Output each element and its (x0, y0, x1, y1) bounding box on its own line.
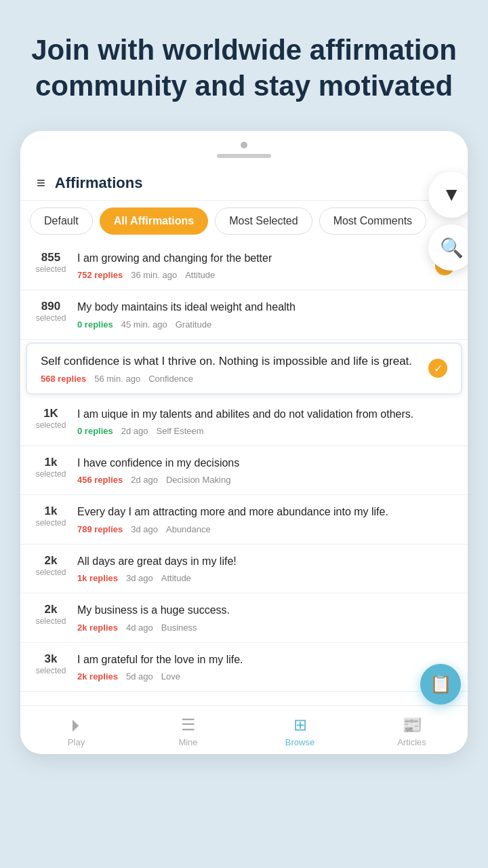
nav-play[interactable]: ⏵ Play (20, 713, 132, 750)
nav-mine[interactable]: ☰ Mine (132, 713, 244, 750)
affirmation-meta: 2k replies 4d ago Business (77, 623, 454, 633)
replies-count: 2k replies (77, 623, 118, 633)
fab-icon: 📋 (430, 673, 451, 694)
affirmation-text: I have confidence in my decisions (77, 456, 454, 471)
time-ago: 5d ago (126, 671, 153, 682)
affirmation-meta: 568 replies 56 min. ago Confidence (41, 374, 419, 384)
category: Self Esteem (157, 426, 204, 436)
affirmation-text: My body maintains its ideal weight and h… (77, 300, 454, 315)
affirmation-meta: 456 replies 2d ago Decision Making (77, 475, 454, 485)
affirmation-content: I am grateful for the love in my life. 2… (77, 652, 454, 682)
replies-count: 789 replies (77, 524, 123, 534)
nav-browse-label: Browse (285, 737, 314, 747)
affirmation-list: 855 selected I am growing and changing f… (20, 241, 468, 692)
affirmation-content: Self confidence is what I thrive on. Not… (41, 353, 419, 384)
search-button[interactable]: 🔍 (428, 224, 468, 271)
time-ago: 2d ago (131, 475, 158, 485)
affirmation-item[interactable]: 855 selected I am growing and changing f… (20, 241, 468, 290)
replies-count: 0 replies (77, 426, 113, 436)
highlighted-item-wrapper: 🌿 920 selected Self confidence is what I… (20, 342, 468, 395)
selected-count: 1k selected (34, 456, 68, 479)
affirmation-item[interactable]: 2k selected All days are great days in m… (20, 545, 468, 593)
selected-count: 855 selected (34, 251, 68, 274)
tab-most-selected[interactable]: Most Selected (215, 208, 312, 235)
app-header: ≡ Affirmations (20, 166, 468, 201)
affirmation-meta: 1k replies 3d ago Attitude (77, 573, 454, 583)
replies-count: 1k replies (77, 573, 118, 583)
affirmation-item[interactable]: 1k selected I have confidence in my deci… (20, 446, 468, 495)
affirmation-meta: 752 replies 36 min. ago Attitude (77, 270, 426, 280)
replies-count: 752 replies (77, 270, 123, 280)
affirmation-content: All days are great days in my life! 1k r… (77, 554, 454, 583)
affirmation-content: I am growing and changing for the better… (77, 251, 426, 280)
phone-notch (217, 154, 271, 158)
affirmation-content: My body maintains its ideal weight and h… (77, 300, 454, 329)
tab-all-affirmations[interactable]: All Affirmations (100, 208, 209, 235)
selected-count: 2k selected (34, 554, 68, 577)
affirmation-meta: 789 replies 3d ago Abundance (77, 524, 454, 534)
hero-title: Join with worldwide affirmation communit… (27, 33, 461, 104)
affirmation-text: All days are great days in my life! (77, 554, 454, 569)
time-ago: 2d ago (121, 426, 148, 436)
tab-most-comments[interactable]: Most Comments (319, 208, 426, 235)
category: Decision Making (166, 475, 230, 485)
affirmation-text: I am growing and changing for the better (77, 251, 426, 266)
filter-tabs: Default All Affirmations Most Selected M… (20, 201, 468, 241)
phone-dot (241, 142, 247, 149)
search-icon: 🔍 (440, 237, 464, 259)
affirmation-meta: 0 replies 45 min. ago Gratitude (77, 319, 454, 330)
affirmation-item[interactable]: 3k selected I am grateful for the love i… (20, 643, 468, 692)
mine-icon: ☰ (181, 715, 196, 734)
check-icon: ✓ (428, 359, 447, 378)
nav-articles[interactable]: 📰 Articles (356, 713, 468, 750)
selected-count: 890 selected (34, 300, 68, 323)
affirmation-content: I am uique in my talents and abilites an… (77, 407, 454, 436)
affirmation-content: My business is a huge success. 2k replie… (77, 603, 454, 632)
time-ago: 45 min. ago (121, 319, 167, 330)
category: Abundance (166, 524, 211, 534)
affirmation-item[interactable]: 1k selected Every day I am attracting mo… (20, 495, 468, 544)
time-ago: 3d ago (126, 573, 153, 583)
affirmation-item[interactable]: 890 selected My body maintains its ideal… (20, 290, 468, 339)
bottom-nav: ⏵ Play ☰ Mine ⊞ Browse 📰 Articles (20, 705, 468, 754)
selected-count: 1K selected (34, 407, 68, 430)
nav-browse[interactable]: ⊞ Browse (244, 713, 356, 750)
affirmation-text: Self confidence is what I thrive on. Not… (41, 353, 419, 370)
menu-icon[interactable]: ≡ (37, 174, 45, 192)
header-title: Affirmations (55, 174, 143, 192)
time-ago: 3d ago (131, 524, 158, 534)
category: Business (161, 623, 197, 633)
browse-icon: ⊞ (293, 715, 307, 734)
category: Confidence (148, 374, 193, 384)
fab-button[interactable]: 📋 (420, 664, 461, 705)
selected-count: 1k selected (34, 505, 68, 528)
time-ago: 36 min. ago (131, 270, 177, 280)
floating-buttons: ▼ 🔍 (428, 172, 468, 271)
affirmation-text: I am uique in my talents and abilites an… (77, 407, 454, 422)
hero-section: Join with worldwide affirmation communit… (0, 0, 488, 104)
selected-count: 3k selected (34, 652, 68, 675)
nav-mine-label: Mine (178, 737, 197, 747)
selected-count: 2k selected (34, 603, 68, 626)
time-ago: 56 min. ago (94, 374, 140, 384)
tab-default[interactable]: Default (30, 208, 93, 235)
affirmation-item[interactable]: 2k selected My business is a huge succes… (20, 593, 468, 642)
affirmation-item-highlighted[interactable]: Self confidence is what I thrive on. Not… (26, 342, 462, 395)
nav-play-label: Play (68, 737, 85, 747)
replies-count: 2k replies (77, 671, 118, 682)
affirmation-meta: 0 replies 2d ago Self Esteem (77, 426, 454, 436)
filter-button[interactable]: ▼ (428, 172, 468, 218)
filter-icon: ▼ (442, 184, 461, 205)
play-icon: ⏵ (68, 715, 85, 734)
replies-count: 568 replies (41, 374, 86, 384)
nav-articles-label: Articles (397, 737, 426, 747)
affirmation-content: Every day I am attracting more and more … (77, 505, 454, 534)
articles-icon: 📰 (402, 715, 422, 734)
replies-count: 0 replies (77, 319, 113, 330)
affirmation-content: I have confidence in my decisions 456 re… (77, 456, 454, 485)
phone-card: ▼ 🔍 ≡ Affirmations Default All Affirmati… (20, 131, 468, 754)
category: Attitude (161, 573, 191, 583)
affirmation-meta: 2k replies 5d ago Love (77, 671, 454, 682)
time-ago: 4d ago (126, 623, 153, 633)
affirmation-item[interactable]: 1K selected I am uique in my talents and… (20, 397, 468, 446)
